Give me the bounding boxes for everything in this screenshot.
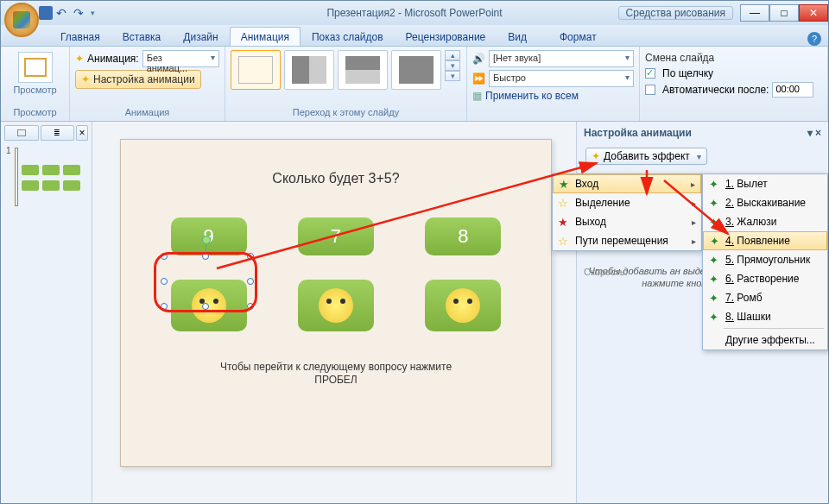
- group-label-transitions: Переход к этому слайду: [231, 105, 461, 119]
- taskpane-menu-icon[interactable]: ▾ ×: [807, 127, 821, 139]
- effect-box[interactable]: ✦5. Прямоугольник: [703, 250, 827, 269]
- minimize-button[interactable]: —: [740, 4, 769, 22]
- sound-combo[interactable]: [Нет звука]: [489, 50, 634, 67]
- office-button[interactable]: [4, 3, 39, 37]
- taskpane-title: Настройка анимации: [584, 127, 692, 139]
- menu-motion-paths[interactable]: ☆Пути перемещения: [553, 231, 701, 250]
- close-button[interactable]: ✕: [799, 4, 828, 22]
- answer-card-7[interactable]: 7: [298, 217, 374, 255]
- effect-diamond[interactable]: ✦7. Ромб: [703, 288, 827, 307]
- slide-thumbnail-1[interactable]: [15, 148, 18, 206]
- tab-insert[interactable]: Вставка: [111, 27, 173, 46]
- star-icon: ✦: [706, 291, 720, 305]
- transition-gallery[interactable]: ▴▾▾: [231, 50, 461, 98]
- add-effect-button[interactable]: ✦ Добавить эффект: [585, 148, 707, 165]
- tab-format[interactable]: Формат: [548, 27, 608, 46]
- emoji-card[interactable]: [425, 280, 501, 331]
- star-icon: ★: [556, 215, 570, 229]
- animation-label: Анимация:: [87, 53, 139, 65]
- slide-canvas[interactable]: Сколько будет 3+5? 9 7 8 Чтобы перейти к…: [120, 139, 552, 467]
- maximize-button[interactable]: □: [769, 4, 799, 22]
- animation-star-icon: ✦: [75, 53, 84, 65]
- effect-blinds[interactable]: ✦3. Жалюзи: [703, 212, 827, 231]
- help-icon[interactable]: ?: [807, 32, 821, 46]
- entrance-effects-menu: ✦1. Вылет ✦2. Выскакивание ✦3. Жалюзи ✦4…: [702, 173, 828, 350]
- transition-item[interactable]: [391, 50, 441, 90]
- ribbon-tabs: Главная Вставка Дизайн Анимация Показ сл…: [1, 25, 828, 46]
- transition-none[interactable]: [231, 50, 281, 90]
- group-label-preview: Просмотр: [13, 105, 56, 119]
- speed-combo[interactable]: Быстро: [489, 70, 634, 87]
- redo-icon[interactable]: [73, 6, 87, 20]
- preview-label: Просмотр: [13, 85, 56, 95]
- tab-review[interactable]: Рецензирование: [395, 27, 497, 46]
- group-preview: Просмотр Просмотр: [1, 47, 70, 121]
- qat-dropdown-icon[interactable]: ▾: [91, 9, 95, 17]
- ribbon: Просмотр Просмотр ✦ Анимация: Без анимац…: [1, 46, 828, 122]
- emoji-card[interactable]: [298, 280, 374, 331]
- transition-item[interactable]: [338, 50, 388, 90]
- star-icon: ★: [557, 177, 571, 191]
- effect-fly-in[interactable]: ✦1. Вылет: [703, 174, 827, 193]
- app-window: ▾ Презентация2 - Microsoft PowerPoint Ср…: [0, 0, 829, 504]
- effect-dissolve[interactable]: ✦6. Растворение: [703, 269, 827, 288]
- apply-all-button[interactable]: Применить ко всем: [485, 90, 579, 102]
- auto-time-input[interactable]: 00:00: [772, 82, 813, 98]
- more-effects[interactable]: Другие эффекты...: [703, 331, 827, 350]
- preview-button[interactable]: [18, 52, 53, 83]
- titlebar: ▾ Презентация2 - Microsoft PowerPoint Ср…: [1, 1, 828, 25]
- auto-checkbox[interactable]: [645, 85, 655, 95]
- group-transitions: ▴▾▾ Переход к этому слайду: [225, 47, 467, 121]
- menu-separator: [724, 328, 824, 329]
- star-icon: ✦: [706, 196, 720, 210]
- menu-exit[interactable]: ★Выход: [553, 212, 701, 231]
- transition-item[interactable]: [284, 50, 334, 90]
- gear-star-icon: ✦: [81, 73, 90, 85]
- gallery-scroll[interactable]: ▴▾▾: [445, 50, 460, 81]
- advance-title: Смена слайда: [645, 50, 822, 67]
- tab-home[interactable]: Главная: [49, 27, 111, 46]
- outline-tab-icon[interactable]: ≣: [41, 125, 75, 141]
- group-advance: Смена слайда По щелчку Автоматически пос…: [640, 47, 828, 121]
- onclick-checkbox[interactable]: [645, 68, 655, 79]
- speed-icon: ⏩: [472, 72, 485, 85]
- star-icon: ✦: [706, 177, 720, 191]
- contextual-tab-label: Средства рисования: [618, 6, 733, 20]
- tab-view[interactable]: Вид: [497, 27, 538, 46]
- star-icon: ☆: [556, 196, 570, 210]
- tab-slideshow[interactable]: Показ слайдов: [301, 27, 395, 46]
- undo-icon[interactable]: [56, 6, 70, 20]
- slide-editor[interactable]: Сколько будет 3+5? 9 7 8 Чтобы перейти к…: [92, 122, 576, 503]
- group-label-animation: Анимация: [75, 105, 219, 119]
- pane-close-icon[interactable]: ×: [76, 125, 88, 141]
- effect-appear[interactable]: ✦4. Появление: [703, 231, 827, 250]
- menu-emphasis[interactable]: ☆Выделение: [553, 193, 701, 212]
- group-animation: ✦ Анимация: Без анимац... ✦ Настройка ан…: [70, 47, 225, 121]
- window-controls: — □ ✕: [740, 4, 828, 22]
- taskpane-close-icon[interactable]: ×: [815, 127, 821, 139]
- effect-peek-in[interactable]: ✦2. Выскакивание: [703, 193, 827, 212]
- slide-hint: Чтобы перейти к следующему вопросу нажми…: [121, 361, 551, 387]
- effect-checkerboard[interactable]: ✦8. Шашки: [703, 307, 827, 326]
- slides-tab-icon[interactable]: [4, 125, 39, 141]
- star-icon: ✦: [706, 310, 720, 324]
- tab-design[interactable]: Дизайн: [172, 27, 229, 46]
- slide-thumbnail-pane: ≣ × 1: [1, 122, 92, 503]
- apply-all-icon: ▦: [472, 90, 482, 102]
- answer-card-8[interactable]: 8: [425, 217, 501, 255]
- menu-entrance[interactable]: ★Вход: [553, 174, 701, 193]
- group-sound-speed: 🔊[Нет звука] ⏩Быстро ▦Применить ко всем: [467, 47, 640, 121]
- slide-question-text: Сколько будет 3+5?: [121, 171, 551, 186]
- annotation-ring: [154, 252, 257, 312]
- animation-combo[interactable]: Без анимац...: [142, 50, 219, 67]
- star-icon: ✦: [592, 150, 600, 162]
- auto-label: Автоматически после:: [662, 84, 769, 96]
- onclick-label: По щелчку: [662, 67, 713, 79]
- slides-icon: [17, 129, 26, 136]
- star-icon: ✦: [706, 215, 720, 229]
- speed-label: Скорость:: [584, 267, 628, 277]
- star-icon: ☆: [556, 234, 570, 248]
- tab-animation[interactable]: Анимация: [230, 27, 301, 46]
- star-icon: ✦: [707, 234, 721, 248]
- save-icon[interactable]: [39, 6, 53, 20]
